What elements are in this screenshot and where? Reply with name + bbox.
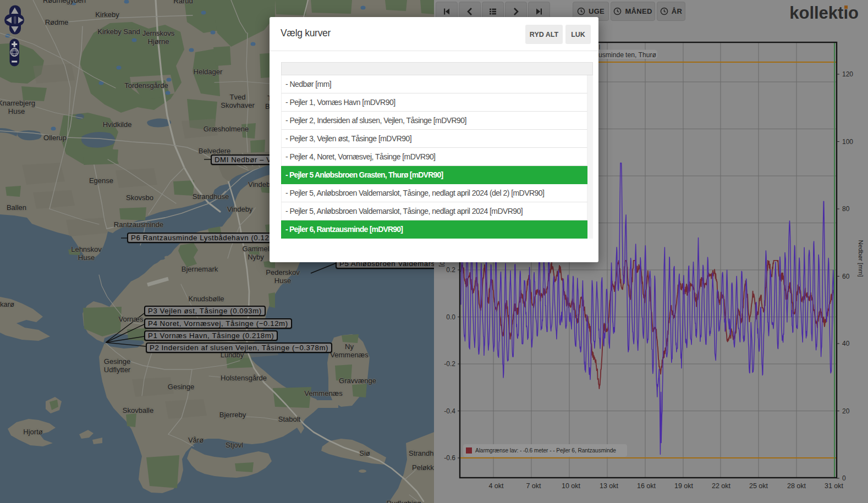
svg-text:0.0: 0.0 — [446, 313, 455, 321]
svg-text:28 okt: 28 okt — [787, 482, 806, 490]
svg-text:120: 120 — [842, 70, 853, 78]
svg-text:16 okt: 16 okt — [637, 482, 656, 490]
svg-text:Nedbør [mm]: Nedbør [mm] — [858, 240, 864, 277]
svg-text:60: 60 — [842, 273, 850, 280]
svg-text:usminde: usminde — [598, 51, 624, 59]
svg-text:0.2: 0.2 — [446, 266, 455, 274]
svg-text:Alarmgrænse lav: - -0.6 meter: Alarmgrænse lav: - -0.6 meter - - Pejler… — [475, 447, 616, 454]
svg-text:4 okt: 4 okt — [488, 482, 504, 490]
svg-text:22 okt: 22 okt — [712, 482, 731, 490]
svg-text:ten, Thurø: ten, Thurø — [625, 51, 657, 59]
svg-text:100: 100 — [842, 138, 853, 146]
svg-text:31 okt: 31 okt — [825, 482, 844, 490]
svg-text:40: 40 — [842, 340, 850, 347]
svg-text:l: l — [599, 43, 601, 51]
svg-text:7 okt: 7 okt — [526, 482, 541, 490]
svg-text:13 okt: 13 okt — [600, 482, 619, 490]
svg-text:10 okt: 10 okt — [562, 482, 581, 490]
svg-text:-0.4: -0.4 — [444, 407, 455, 415]
svg-text:80: 80 — [842, 205, 850, 213]
svg-text:19 okt: 19 okt — [674, 482, 694, 490]
svg-text:25 okt: 25 okt — [749, 482, 768, 490]
svg-text:0: 0 — [842, 474, 846, 482]
svg-text:-0.6: -0.6 — [444, 454, 455, 462]
svg-text:20: 20 — [842, 407, 850, 415]
svg-text:-0.2: -0.2 — [444, 360, 455, 368]
